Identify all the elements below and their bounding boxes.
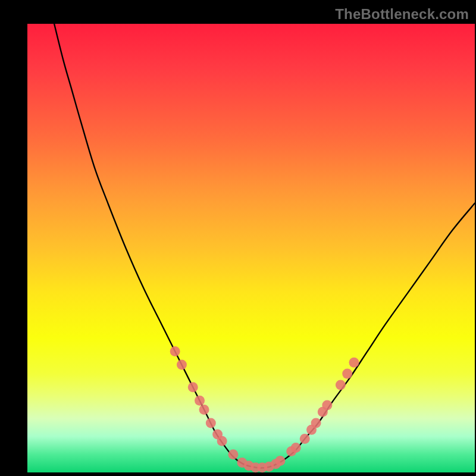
curve-marker	[195, 396, 205, 406]
chart-frame: TheBottleneck.com	[0, 0, 476, 476]
curve-marker	[275, 456, 285, 466]
bottleneck-curve	[54, 24, 475, 468]
curve-marker	[311, 418, 321, 428]
curve-marker	[177, 360, 187, 370]
curve-marker	[349, 358, 359, 368]
curve-marker	[228, 449, 238, 459]
curve-marker	[170, 346, 180, 356]
curve-marker	[199, 405, 209, 415]
curve-marker	[188, 382, 198, 392]
curve-marker	[300, 434, 310, 444]
curve-marker	[206, 418, 216, 428]
plot-area	[27, 24, 475, 472]
watermark-text: TheBottleneck.com	[335, 6, 469, 23]
marker-group	[170, 346, 359, 472]
curve-marker	[322, 400, 332, 410]
curve-marker	[217, 436, 227, 446]
curve-layer	[27, 24, 475, 472]
curve-marker	[336, 380, 346, 390]
curve-marker	[342, 369, 352, 379]
curve-marker	[291, 443, 301, 453]
